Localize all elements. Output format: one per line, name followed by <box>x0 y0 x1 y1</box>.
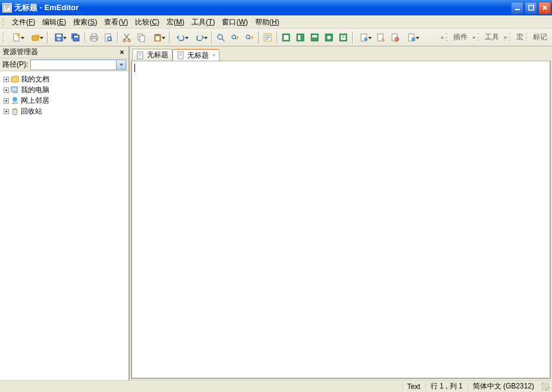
menu-file[interactable]: 文件(F) <box>8 16 39 29</box>
toolbar-overflow-icon[interactable]: » <box>438 35 446 40</box>
toolbar-overflow-icon-3[interactable]: » <box>501 35 509 40</box>
tab-label: 无标题 <box>187 51 209 61</box>
menu-edit[interactable]: 编辑(E) <box>39 16 70 29</box>
toolbar-marker-label[interactable]: 标记 <box>531 32 550 42</box>
file-icon <box>177 51 185 59</box>
menu-macro[interactable]: 宏(M) <box>163 16 188 29</box>
svg-rect-19 <box>140 36 145 42</box>
expand-icon[interactable]: + <box>4 109 9 114</box>
cfg1-button[interactable] <box>355 30 374 45</box>
recycle-icon <box>10 106 20 116</box>
toolbar-overflow-icon-2[interactable]: » <box>470 35 478 40</box>
path-combobox[interactable] <box>30 59 126 70</box>
minimize-button[interactable] <box>511 2 523 14</box>
svg-point-37 <box>364 37 368 41</box>
status-position: 行 1 , 列 1 <box>425 382 468 391</box>
save-all-button[interactable] <box>68 30 83 45</box>
folder-icon <box>10 74 20 84</box>
cfg4-button[interactable] <box>402 30 421 45</box>
svg-rect-6 <box>57 35 61 37</box>
svg-rect-47 <box>137 52 143 59</box>
tree-item-documents[interactable]: + 我的文档 <box>1 74 127 84</box>
menu-compare[interactable]: 比较(C) <box>131 16 163 29</box>
tab-untitled-1[interactable]: 无标题 <box>132 49 172 61</box>
tree-item-network[interactable]: + 网上邻居 <box>1 95 127 106</box>
toolbar-grip[interactable] <box>2 32 6 43</box>
path-dropdown-button[interactable] <box>116 60 126 70</box>
sidebar-close-button[interactable]: × <box>118 48 126 57</box>
panel1-button[interactable] <box>279 30 293 45</box>
svg-rect-13 <box>92 39 96 41</box>
tab-close-button[interactable]: × <box>212 52 215 58</box>
menu-window[interactable]: 窗口(W) <box>218 16 251 29</box>
print-button[interactable] <box>87 30 101 45</box>
status-encoding: 简体中文 (GB2312) <box>468 382 539 391</box>
title-bar: 无标题 - EmEditor <box>0 0 552 15</box>
computer-icon <box>10 85 20 95</box>
svg-rect-43 <box>11 87 17 92</box>
toolbar-grip-4[interactable] <box>509 32 513 43</box>
svg-rect-44 <box>12 92 18 93</box>
toolbar: » 插件 » 工具 » 宏 标记 <box>0 29 552 46</box>
undo-button[interactable] <box>171 30 190 45</box>
close-button[interactable] <box>538 2 551 14</box>
menu-view[interactable]: 查看(V) <box>101 16 131 29</box>
toolbar-grip-5[interactable] <box>526 32 529 43</box>
tree-item-computer[interactable]: + 我的电脑 <box>1 84 127 95</box>
expand-icon[interactable]: + <box>4 87 9 93</box>
find-prev-button[interactable] <box>228 30 242 45</box>
find-button[interactable] <box>214 30 228 45</box>
menu-search[interactable]: 搜索(S) <box>70 16 101 29</box>
network-icon <box>10 96 20 105</box>
toolbar-grip-2[interactable] <box>446 32 450 43</box>
svg-rect-1 <box>515 9 520 10</box>
toolbar-macro-label[interactable]: 宏 <box>514 32 526 42</box>
sidebar-title: 资源管理器 <box>2 47 118 57</box>
svg-rect-21 <box>156 34 159 36</box>
toolbar-grip-3[interactable] <box>478 32 481 43</box>
text-editor[interactable] <box>131 61 551 379</box>
cfg3-button[interactable] <box>388 30 402 45</box>
tree-item-recycle[interactable]: + 回收站 <box>1 106 127 117</box>
panel3-button[interactable] <box>308 30 322 45</box>
window-title: 无标题 - EmEditor <box>14 2 511 13</box>
svg-rect-2 <box>529 5 534 10</box>
status-mode: Text <box>402 382 425 391</box>
svg-rect-42 <box>412 37 415 41</box>
toolbar-plugins-label[interactable]: 插件 <box>451 32 470 42</box>
maximize-button[interactable] <box>525 2 537 14</box>
cfg2-button[interactable] <box>374 30 388 45</box>
save-button[interactable] <box>49 30 68 45</box>
panel2-button[interactable] <box>293 30 308 45</box>
folder-tree[interactable]: + 我的文档 + 我的电脑 + 网上邻居 + 回收站 <box>0 71 128 380</box>
menu-grip[interactable] <box>2 17 6 27</box>
expand-icon[interactable]: + <box>4 77 9 82</box>
panel5-button[interactable] <box>336 30 350 45</box>
cut-button[interactable] <box>120 30 134 45</box>
svg-rect-22 <box>156 36 159 40</box>
tab-untitled-2[interactable]: 无标题 × <box>172 49 219 61</box>
menu-bar: 文件(F) 编辑(E) 搜索(S) 查看(V) 比较(C) 宏(M) 工具(T)… <box>0 15 552 29</box>
new-button[interactable] <box>7 30 26 45</box>
tab-label: 无标题 <box>147 50 168 60</box>
svg-point-4 <box>17 33 20 36</box>
expand-icon[interactable]: + <box>4 98 9 104</box>
copy-button[interactable] <box>134 30 148 45</box>
print-preview-button[interactable] <box>101 30 115 45</box>
svg-point-16 <box>123 39 126 42</box>
file-icon <box>136 51 145 59</box>
path-label: 路径(P): <box>2 59 28 70</box>
resize-grip[interactable] <box>541 382 550 391</box>
redo-button[interactable] <box>190 30 209 45</box>
paste-button[interactable] <box>148 30 167 45</box>
menu-help[interactable]: 帮助(H) <box>252 16 283 29</box>
open-button[interactable] <box>26 30 45 45</box>
svg-rect-30 <box>298 35 300 40</box>
menu-tools[interactable]: 工具(T) <box>188 16 218 29</box>
panel4-button[interactable] <box>322 30 336 45</box>
toolbar-tools-label[interactable]: 工具 <box>482 32 501 42</box>
find-next-button[interactable] <box>242 30 256 45</box>
word-wrap-button[interactable] <box>261 30 275 45</box>
svg-point-23 <box>218 35 222 39</box>
svg-point-17 <box>128 39 130 42</box>
